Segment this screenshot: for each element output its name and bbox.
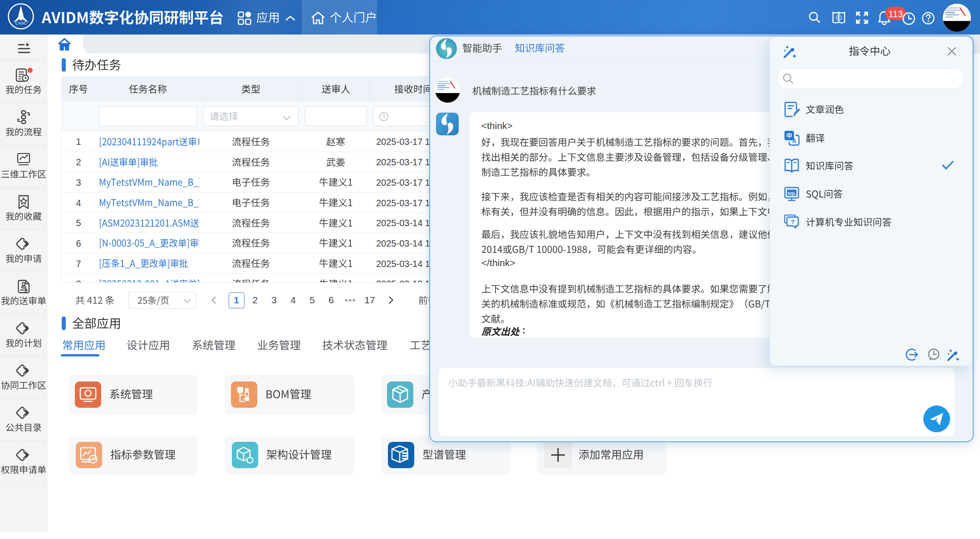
svg-text:SQL: SQL bbox=[788, 191, 796, 196]
svg-text:?: ? bbox=[791, 218, 794, 225]
svg-text:CASC: CASC bbox=[15, 21, 27, 25]
svg-text:A: A bbox=[792, 138, 797, 144]
